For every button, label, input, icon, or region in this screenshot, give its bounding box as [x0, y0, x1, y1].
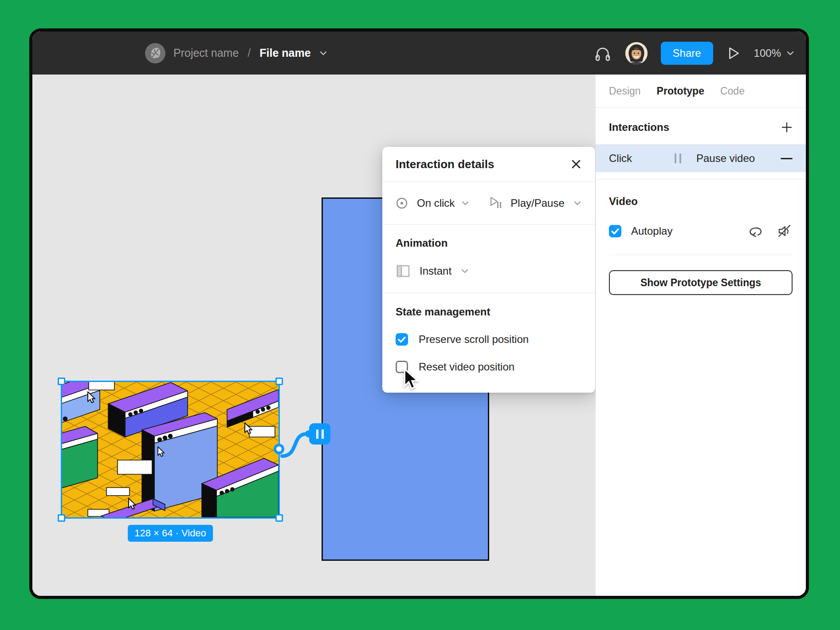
present-play-icon[interactable]	[726, 46, 741, 60]
connector-pause-action-badge[interactable]	[309, 423, 330, 445]
interaction-list-item[interactable]: Click Pause video	[596, 144, 806, 172]
trigger-action-row: On click Play/Pause	[382, 181, 595, 224]
state-management-section: State management Preserve scroll positio…	[382, 293, 595, 393]
headphones-icon[interactable]	[593, 44, 612, 62]
interaction-details-modal: Interaction details On click	[382, 147, 595, 393]
instant-animation-icon	[396, 264, 411, 279]
file-menu-chevron-down-icon[interactable]	[319, 50, 328, 56]
figma-logo-icon[interactable]	[145, 43, 165, 63]
show-prototype-settings-button[interactable]: Show Prototype Settings	[609, 270, 793, 295]
play-pause-icon	[487, 196, 502, 211]
reset-video-row: Reset video position	[396, 361, 582, 373]
trigger-select[interactable]: On click	[417, 197, 455, 209]
action-select[interactable]: Play/Pause	[510, 197, 564, 209]
zoom-chevron-down-icon	[786, 51, 794, 56]
selection-handle-top-right[interactable]	[275, 378, 283, 385]
panel-tabs: Design Prototype Code	[596, 75, 806, 108]
breadcrumb: Project name / File name	[145, 43, 328, 63]
avatar[interactable]	[625, 42, 648, 64]
tab-code[interactable]: Code	[720, 85, 745, 97]
modal-title: Interaction details	[396, 158, 495, 171]
animation-value-row[interactable]: Instant	[396, 264, 582, 279]
connector-start-handle[interactable]	[274, 444, 284, 454]
autoplay-label: Autoplay	[631, 225, 672, 237]
loop-icon[interactable]	[747, 224, 763, 239]
selection-handle-bottom-right[interactable]	[275, 514, 283, 522]
tab-design[interactable]: Design	[609, 85, 641, 97]
sound-muted-icon[interactable]	[777, 224, 793, 239]
on-click-icon	[396, 197, 408, 209]
share-button[interactable]: Share	[661, 42, 713, 65]
selection-handle-bottom-left[interactable]	[58, 514, 65, 522]
animation-heading: Animation	[396, 237, 582, 249]
preserve-scroll-label: Preserve scroll position	[419, 333, 529, 346]
remove-interaction-minus-icon[interactable]	[781, 158, 793, 159]
animation-section: Animation Instant	[382, 224, 595, 293]
selection-handle-top-left[interactable]	[58, 378, 65, 385]
selection-size-badge: 128 × 64 · Video	[128, 525, 213, 542]
video-thumbnail-illustration	[62, 382, 279, 517]
interaction-action: Pause video	[696, 152, 781, 165]
autoplay-checkbox[interactable]	[609, 225, 621, 237]
action-chevron-down-icon[interactable]	[573, 200, 582, 206]
video-layer[interactable]: 128 × 64 · Video	[62, 382, 279, 517]
right-panel: Design Prototype Code Interactions Click…	[596, 75, 806, 596]
zoom-level: 100%	[754, 47, 781, 59]
figma-window: Project name / File name	[29, 28, 809, 599]
section-divider	[609, 255, 793, 255]
video-heading: Video	[609, 195, 793, 208]
main-area: 128 × 64 · Video Interaction details On …	[32, 75, 806, 596]
project-name[interactable]: Project name	[173, 47, 239, 59]
preserve-scroll-checkbox[interactable]	[396, 333, 408, 346]
file-name[interactable]: File name	[259, 47, 310, 59]
breadcrumb-separator: /	[247, 47, 251, 59]
zoom-control[interactable]: 100%	[754, 47, 794, 59]
preserve-scroll-row: Preserve scroll position	[396, 333, 582, 346]
mouse-cursor-icon	[403, 368, 421, 390]
reset-video-checkbox[interactable]	[396, 361, 408, 373]
canvas[interactable]: 128 × 64 · Video Interaction details On …	[32, 75, 596, 596]
trigger-chevron-down-icon[interactable]	[461, 200, 470, 206]
pause-action-icon	[675, 154, 681, 163]
tab-prototype[interactable]: Prototype	[657, 85, 704, 97]
animation-value: Instant	[420, 265, 451, 277]
top-bar: Project name / File name	[32, 32, 806, 75]
reset-video-label: Reset video position	[419, 361, 514, 373]
animation-chevron-down-icon	[460, 268, 469, 274]
figma-marketing-frame: { "colors": { "accent_blue": "#0D99FF", …	[0, 0, 840, 630]
interactions-heading: Interactions	[609, 121, 669, 134]
add-interaction-plus-icon[interactable]	[781, 122, 793, 133]
state-management-heading: State management	[396, 306, 582, 318]
checkmark-icon	[396, 333, 408, 346]
checkmark-icon	[609, 225, 621, 237]
interaction-trigger: Click	[609, 152, 675, 165]
video-section: Video Autoplay	[596, 179, 806, 255]
close-icon[interactable]	[570, 158, 582, 170]
topbar-actions: Share 100%	[593, 42, 806, 65]
